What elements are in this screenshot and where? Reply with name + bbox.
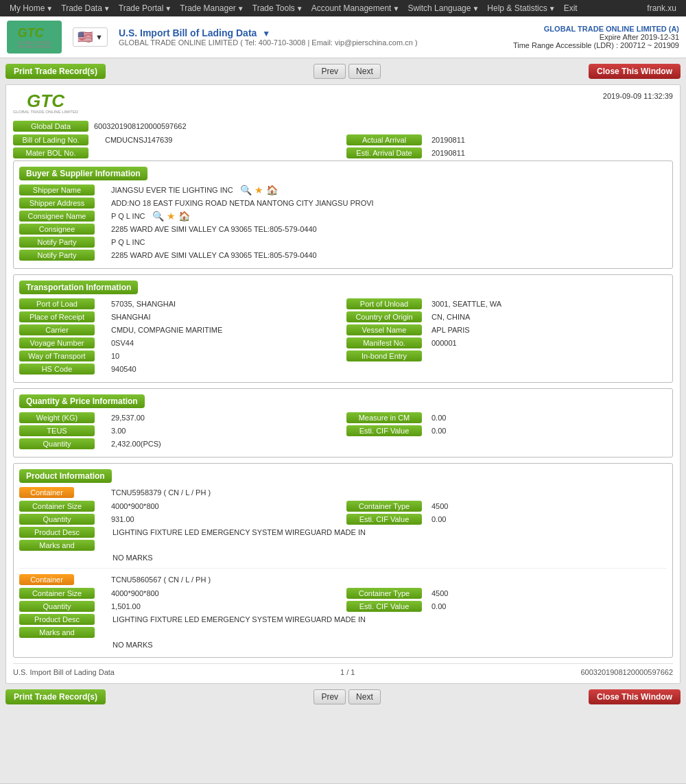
container-2-cif-label: Esti. CIF Value	[346, 601, 422, 612]
shipper-name-label: Shipper Name	[19, 185, 95, 195]
quantity-price-header: Quantity & Price Information	[19, 394, 145, 408]
container-1-marks-label: Marks and	[19, 540, 95, 551]
company-name: GLOBAL TRADE ONLINE LIMITED (A)	[513, 25, 679, 33]
notify-party-2-value: 2285 WARD AVE SIMI VALLEY CA 93065 TEL:8…	[108, 250, 320, 261]
esti-cif-value: 0.00	[429, 425, 449, 436]
consignee-name-row: Consignee Name P Q L INC 🔍 ★ 🏠	[19, 211, 667, 222]
nav-trade-data[interactable]: Trade Data▼	[57, 3, 115, 13]
country-origin-value: CN, CHINA	[429, 311, 473, 322]
container-1-qty-label: Quantity	[19, 514, 95, 525]
weight-value: 29,537.00	[108, 412, 147, 423]
bottom-print-record-button[interactable]: Print Trade Record(s)	[5, 689, 106, 704]
shipper-address-value: ADD:NO 18 EAST FUXING ROAD NETDA NANTONG…	[108, 198, 377, 209]
quantity-value: 2,432.00(PCS)	[108, 438, 164, 449]
record-logo: GTC GLOBAL TRADE ONLINE LIMITED	[13, 92, 78, 114]
record-header: GTC GLOBAL TRADE ONLINE LIMITED 2019-09-…	[13, 92, 673, 114]
container-1-cif-label: Esti. CIF Value	[346, 514, 422, 525]
shipper-search-icon[interactable]: 🔍	[240, 185, 252, 195]
shipper-star-icon[interactable]: ★	[255, 185, 263, 195]
bottom-action-bar: Print Trade Record(s) Prev Next Close Th…	[5, 689, 681, 704]
bottom-prev-button[interactable]: Prev	[314, 689, 346, 704]
container-1-type-value: 4500	[429, 501, 451, 512]
bottom-next-button[interactable]: Next	[348, 689, 381, 704]
shipper-address-row: Shipper Address ADD:NO 18 EAST FUXING RO…	[19, 198, 667, 209]
header-right-info: GLOBAL TRADE ONLINE LIMITED (A) Expire A…	[513, 25, 679, 49]
user-display: frank.xu	[643, 3, 681, 13]
record-footer-page: 1 / 1	[340, 668, 355, 676]
product-info-section: Product Information Container TCNU595837…	[13, 463, 673, 658]
container-2-marks-value: NO MARKS	[108, 639, 157, 650]
top-action-bar: Print Trade Record(s) Prev Next Close Th…	[5, 64, 681, 79]
container-2-label: Container	[19, 574, 74, 585]
record-timestamp: 2019-09-09 11:32:39	[603, 92, 673, 100]
nav-trade-tools[interactable]: Trade Tools▼	[248, 3, 307, 13]
port-unload-value: 3001, SEATTLE, WA	[429, 298, 504, 309]
header-title-area: U.S. Import Bill of Lading Data ▼ GLOBAL…	[119, 27, 513, 47]
manifest-label: Manifest No.	[346, 337, 422, 348]
time-range: Time Range Accessible (LDR) : 200712 ~ 2…	[513, 41, 679, 49]
record-panel: GTC GLOBAL TRADE ONLINE LIMITED 2019-09-…	[5, 84, 681, 684]
hs-code-label: HS Code	[19, 364, 95, 375]
nav-my-home[interactable]: My Home▼	[5, 3, 57, 13]
nav-switch-language[interactable]: Switch Language▼	[403, 3, 483, 13]
consignee-name-label: Consignee Name	[19, 211, 95, 222]
container-1-qty-value: 931.00	[108, 514, 137, 525]
consignee-home-icon[interactable]: 🏠	[178, 211, 190, 222]
container-2-row: Container TCNU5860567 ( CN / L / PH )	[19, 574, 667, 585]
shipper-home-icon[interactable]: 🏠	[266, 185, 278, 195]
next-button[interactable]: Next	[348, 64, 381, 79]
consignee-name-value: P Q L INC	[108, 211, 148, 222]
nav-trade-portal[interactable]: Trade Portal▼	[115, 3, 176, 13]
container-2-size-value: 4000*900*800	[108, 588, 162, 599]
consignee-search-icon[interactable]: 🔍	[152, 211, 164, 222]
global-data-row: Global Data 600320190812000059766​2	[13, 121, 673, 132]
nav-exit[interactable]: Exit	[560, 3, 582, 13]
record-footer-id: 600320190812000059766​2	[580, 668, 673, 676]
place-receipt-row: Place of Receipt SHANGHAI Country of Ori…	[19, 311, 667, 322]
notify-party-2-row: Notify Party 2285 WARD AVE SIMI VALLEY C…	[19, 250, 667, 261]
container-2-product-desc-value: LIGHTING FIXTURE LED EMERGENCY SYSTEM WI…	[108, 614, 370, 625]
container-2-no: TCNU5860567 ( CN / L / PH )	[108, 574, 213, 585]
way-transport-value: 10	[108, 351, 122, 361]
weight-label: Weight (KG)	[19, 412, 95, 423]
nav-trade-manager[interactable]: Trade Manager▼	[176, 3, 248, 13]
bottom-close-window-button[interactable]: Close This Window	[589, 689, 681, 704]
container-1-product-desc-label: Product Desc	[19, 527, 95, 538]
in-bond-label: In-bond Entry	[346, 351, 422, 361]
container-1-size-label: Container Size	[19, 501, 95, 512]
container-2-marks-row: Marks and	[19, 627, 667, 638]
close-window-button[interactable]: Close This Window	[589, 64, 681, 79]
title-dropdown-icon[interactable]: ▼	[262, 29, 270, 38]
header-subtitle: GLOBAL TRADE ONLINE LIMITED ( Tel: 400-7…	[119, 38, 513, 47]
hs-code-value: 940540	[108, 364, 139, 375]
transportation-section: Transportation Information Port of Load …	[13, 274, 673, 383]
record-footer-label: U.S. Import Bill of Lading Data	[13, 668, 115, 676]
consignee-value: 2285 WARD AVE SIMI VALLEY CA 93065 TEL:8…	[108, 224, 320, 235]
container-2-product-desc-row: Product Desc LIGHTING FIXTURE LED EMERGE…	[19, 614, 667, 625]
notify-party-1-label: Notify Party	[19, 237, 95, 248]
print-record-button[interactable]: Print Trade Record(s)	[5, 64, 106, 79]
shipper-name-value: JIANGSU EVER TIE LIGHTING INC	[108, 185, 236, 195]
product-info-header: Product Information	[19, 469, 112, 483]
container-1-product-desc-row: Product Desc LIGHTING FIXTURE LED EMERGE…	[19, 527, 667, 538]
port-load-label: Port of Load	[19, 298, 95, 309]
esti-cif-label: Esti. CIF Value	[346, 425, 422, 436]
container-2-marks-value-row: NO MARKS	[19, 640, 667, 650]
actual-arrival-label: Actual Arrival	[346, 134, 422, 145]
container-2-cif-value: 0.00	[429, 601, 449, 612]
nav-account-management[interactable]: Account Management▼	[307, 3, 404, 13]
actual-arrival-value: 20190811	[429, 134, 468, 145]
consignee-star-icon[interactable]: ★	[167, 211, 176, 222]
quantity-label: Quantity	[19, 438, 95, 449]
bol-value: CMDUCNSJ147639	[102, 134, 175, 145]
container-1-size-type-row: Container Size 4000*900*800 Container Ty…	[19, 501, 667, 512]
consignee-label: Consignee	[19, 224, 95, 235]
container-2-type-value: 4500	[429, 588, 451, 599]
language-selector[interactable]: 🇺🇸 ▼	[73, 27, 108, 47]
teus-label: TEUS	[19, 425, 95, 436]
notify-party-1-value: P Q L INC	[108, 237, 148, 248]
prev-button[interactable]: Prev	[314, 64, 346, 79]
nav-help-statistics[interactable]: Help & Statistics▼	[483, 3, 559, 13]
teus-cif-row: TEUS 3.00 Esti. CIF Value 0.00	[19, 425, 667, 436]
measure-label: Measure in CM	[346, 412, 422, 423]
